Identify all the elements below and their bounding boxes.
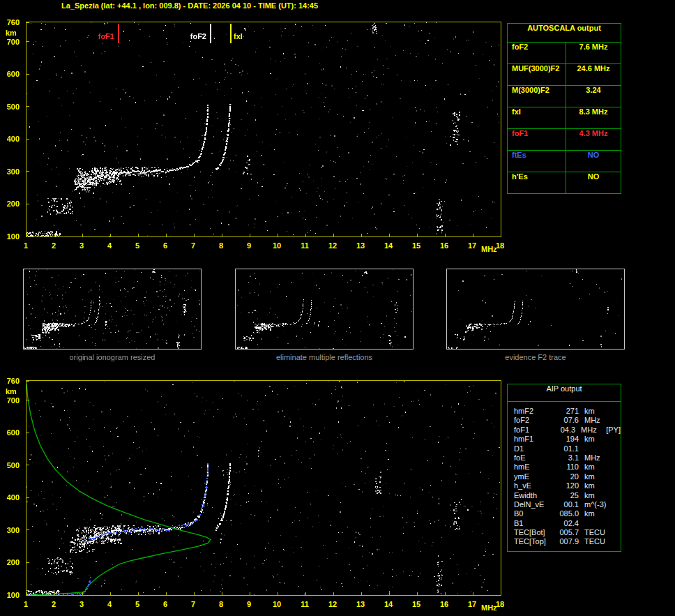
aip-row: foF207.6MHz <box>508 416 621 425</box>
aip-row-value: 25 <box>553 491 579 500</box>
autoscala-panel-title: AUTOSCALA output <box>508 24 621 43</box>
x-tick-label-top: 7 <box>183 241 204 250</box>
aip-row: B0085.0km <box>508 509 621 518</box>
y-tick-label-bottom: 600 <box>1 428 20 437</box>
aip-row-value: 3.1 <box>553 453 579 463</box>
station-date-title: La_Spezia (lat: +44.1 , lon: 009.8) - DA… <box>61 1 318 10</box>
autoscala-row-value: NO <box>566 151 621 172</box>
aip-row-value: 120 <box>553 481 579 490</box>
autoscala-row: MUF(3000)F224.6 MHz <box>508 63 621 85</box>
aip-row: D101.1 <box>508 444 621 453</box>
aip-output-panel: AIP output hmF2271kmfoF207.6MHzfoF104.3M… <box>507 384 621 552</box>
aip-row-unit: km <box>584 491 609 500</box>
autoscala-row: fxI8.3 MHz <box>508 107 621 128</box>
aip-row-value: 085.0 <box>553 509 579 518</box>
x-tick-label-top: 14 <box>378 241 399 250</box>
x-tick-label-top: 1 <box>15 241 36 250</box>
x-tick-label-top: 9 <box>238 241 259 250</box>
aip-row-value: 271 <box>553 407 579 416</box>
aip-row: h_vE120km <box>508 481 621 490</box>
aip-row-unit: TECU <box>584 528 609 537</box>
x-tick-label-bottom: 2 <box>43 600 64 608</box>
thumbnail-3: evidence F2 trace <box>446 269 625 350</box>
x-tick-label-bottom: 1 <box>15 600 36 608</box>
aip-row: hmF2271km <box>508 407 621 416</box>
aip-rows: hmF2271kmfoF207.6MHzfoF104.3MHz[PY]hmF11… <box>508 407 621 547</box>
aip-row-value: 01.1 <box>553 444 579 453</box>
autoscala-row-label: h'Es <box>508 172 566 193</box>
aip-row-label: DelN_vE <box>514 500 553 509</box>
autoscala-row-label: ftEs <box>508 151 566 172</box>
marker-label-fxI: fxI <box>234 32 243 40</box>
aip-row-label: foF1 <box>514 426 551 435</box>
aip-row-value: 005.7 <box>553 528 579 537</box>
autoscala-row-label: foF2 <box>508 43 566 63</box>
thumbnail-2: eliminate multiple reflections <box>235 269 414 350</box>
autoscala-row: foF14.3 MHz <box>508 128 621 150</box>
aip-row: ymE20km <box>508 472 621 481</box>
x-axis-unit-bottom: MHz <box>481 603 497 612</box>
autoscala-row-label: MUF(3000)F2 <box>508 64 566 85</box>
aip-row: DelN_vE00.1m^(-3) <box>508 500 621 509</box>
aip-row-unit: km <box>584 435 609 444</box>
autoscala-row-label: fxI <box>508 107 566 128</box>
x-tick-label-top: 16 <box>434 241 455 250</box>
autoscala-row-value: 24.6 MHz <box>566 64 621 85</box>
autoscala-row-value: 7.6 MHz <box>566 43 621 63</box>
x-tick-label-bottom: 16 <box>434 600 455 608</box>
y-tick-label-top: 760 <box>1 18 20 27</box>
aip-row: foE3.1MHz <box>508 453 621 463</box>
x-tick-label-top: 11 <box>294 241 315 250</box>
y-tick-label-bottom: 400 <box>1 493 20 502</box>
aip-row-value: 00.1 <box>553 500 579 509</box>
aip-row-unit <box>584 519 609 528</box>
x-tick-label-bottom: 15 <box>406 600 427 608</box>
x-tick-label-top: 15 <box>406 241 427 250</box>
autoscala-row-value: 8.3 MHz <box>566 107 621 128</box>
y-tick-label-bottom: 700 <box>1 396 20 405</box>
aip-row-unit <box>584 444 609 453</box>
aip-row-label: D1 <box>514 444 553 453</box>
aip-row: hmE110km <box>508 463 621 472</box>
aip-row-label: hmF2 <box>514 407 553 416</box>
x-tick-label-top: 4 <box>99 241 120 250</box>
aip-row-value: 110 <box>553 463 579 472</box>
y-tick-label-top: 200 <box>1 200 20 208</box>
aip-panel-title: AIP output <box>508 384 621 402</box>
aip-row-unit: km <box>584 481 609 490</box>
y-tick-label-top: 100 <box>1 232 20 241</box>
autoscala-row: ftEsNO <box>508 150 621 172</box>
aip-row: hmF1194km <box>508 435 621 444</box>
y-tick-label-bottom: 500 <box>1 461 20 469</box>
autoscala-row-label: foF1 <box>508 129 566 150</box>
y-tick-label-bottom: 760 <box>1 377 20 385</box>
x-tick-label-bottom: 3 <box>71 600 92 608</box>
thumbnail-3-canvas <box>447 269 624 349</box>
x-tick-label-top: 12 <box>322 241 343 250</box>
aip-row-unit: MHz <box>584 453 609 463</box>
marker-label-foF2: foF2 <box>190 32 206 40</box>
x-tick-label-bottom: 8 <box>211 600 232 608</box>
thumbnail-caption: evidence F2 trace <box>447 353 624 361</box>
aip-row: Ewidth25km <box>508 491 621 500</box>
y-tick-label-top: 500 <box>1 103 20 111</box>
x-tick-label-bottom: 17 <box>462 600 483 608</box>
aip-row: foF104.3MHz[PY] <box>508 426 621 435</box>
aip-row-unit: km <box>584 463 609 472</box>
aip-row-label: TEC[Bot] <box>514 528 553 537</box>
x-tick-label-top: 8 <box>211 241 232 250</box>
y-tick-label-bottom: 100 <box>1 591 20 599</box>
autoscala-row-value: 3.24 <box>566 86 621 107</box>
thumbnail-2-canvas <box>236 269 413 349</box>
aip-row: B102.4 <box>508 519 621 528</box>
x-tick-label-bottom: 13 <box>350 600 371 608</box>
aip-row-label: h_vE <box>514 481 553 490</box>
aip-row-value: 20 <box>553 472 579 481</box>
autoscala-row-value: 4.3 MHz <box>566 129 621 150</box>
x-tick-label-bottom: 11 <box>294 600 315 608</box>
aip-row: TEC[Bot]005.7TECU <box>508 528 621 537</box>
y-tick-label-top: 400 <box>1 135 20 143</box>
aip-row: TEC[Top]007.9TECU <box>508 537 621 546</box>
x-tick-label-top: 6 <box>155 241 176 250</box>
aip-row-value: 02.4 <box>553 519 579 528</box>
